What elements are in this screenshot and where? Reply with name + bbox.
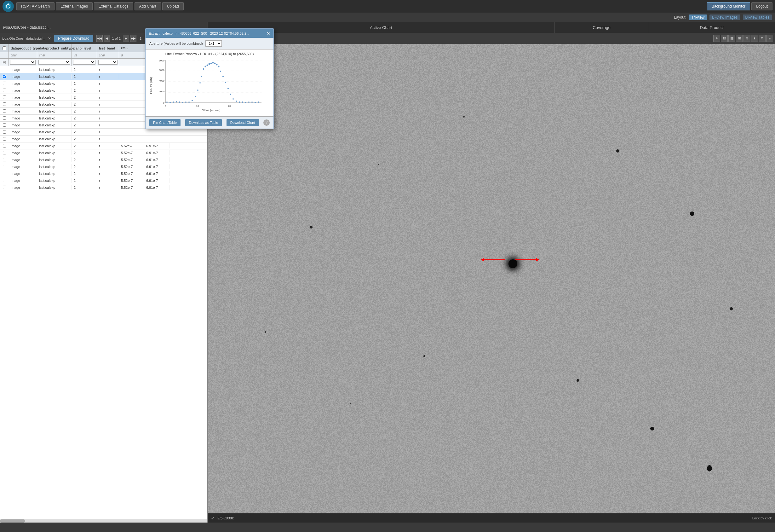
row-checkbox[interactable] — [0, 151, 9, 154]
upload-button[interactable]: Upload — [162, 2, 184, 10]
filter-dataproduct-type-select[interactable] — [10, 60, 36, 65]
row-checkbox[interactable] — [0, 116, 9, 120]
table-save-icon[interactable]: ⬇ — [713, 35, 720, 42]
filter-row-icon[interactable]: ⊟ — [0, 59, 9, 66]
dataproduct-panel-tab[interactable]: Data Product — [649, 22, 775, 33]
logout-button[interactable]: Logout — [751, 2, 772, 10]
star-spot — [707, 465, 712, 472]
cell-band: r — [97, 123, 119, 128]
row-checkbox[interactable] — [0, 144, 9, 147]
table-row[interactable]: image lsst.calexp 2 r 5.52e-7 6.91e-7 — [0, 149, 207, 156]
filter-calib-level[interactable] — [72, 59, 97, 66]
col-header-calib-level[interactable]: calib_level — [72, 44, 97, 52]
row-checkbox[interactable] — [0, 130, 9, 134]
table-row[interactable]: image lsst.calexp 2 r 5.52e-7 6.91e-7 — [0, 142, 207, 149]
table-menu-icon[interactable]: ≡ — [766, 35, 773, 42]
page-last-button[interactable]: ▶▶ — [130, 35, 136, 42]
table-settings-icon[interactable]: ⚙ — [759, 35, 766, 42]
cell-calib: 2 — [72, 81, 97, 86]
row-checkbox[interactable] — [0, 165, 9, 168]
background-monitor-button[interactable]: Background Monitor — [707, 2, 750, 10]
col-header-dataproduct-subtype[interactable]: dataproduct_subtype — [37, 44, 72, 52]
page-prev-button[interactable]: ◀ — [104, 35, 110, 42]
row-checkbox[interactable] — [0, 68, 9, 71]
external-catalogs-button[interactable]: External Catalogs — [94, 2, 133, 10]
cell-calib: 2 — [72, 164, 97, 169]
table-row[interactable]: image lsst.calexp 2 r 5.52e-7 6.91e-7 — [0, 163, 207, 170]
col-header-em-min[interactable]: em... — [119, 44, 144, 52]
table-columns-icon[interactable]: ▦ — [728, 35, 735, 42]
pin-chart-table-button[interactable]: Pin Chart/Table — [149, 119, 180, 126]
table-target-icon[interactable]: ⊕ — [744, 35, 750, 42]
svg-point-27 — [191, 100, 193, 101]
svg-point-53 — [254, 102, 256, 103]
filter-dataproduct-subtype[interactable] — [37, 59, 72, 66]
page-first-button[interactable]: ◀◀ — [96, 35, 103, 42]
cell-type: image — [9, 185, 37, 190]
prepare-download-button[interactable]: Prepare Download — [54, 35, 93, 42]
table-row[interactable]: image lsst.calexp 2 r 5.52e-7 6.91e-7 — [0, 177, 207, 184]
filter-calib-level-select[interactable] — [73, 60, 95, 65]
layout-label: Layout: — [674, 15, 686, 20]
row-checkbox[interactable] — [0, 102, 9, 106]
page-next-button[interactable]: ▶ — [123, 35, 129, 42]
table-row[interactable]: image lsst.calexp 2 r — [0, 129, 207, 135]
row-checkbox[interactable] — [0, 89, 9, 92]
row-checkbox[interactable] — [0, 82, 9, 85]
triview-layout-option[interactable]: Tri-view — [689, 14, 707, 20]
filter-dataproduct-type[interactable] — [9, 59, 37, 66]
row-checkbox[interactable] — [0, 75, 9, 78]
biview-tables-layout-option[interactable]: Bi-view Tables — [743, 14, 772, 20]
table-horizontal-scrollbar[interactable] — [0, 519, 207, 523]
cell-type: image — [9, 136, 37, 141]
row-checkbox[interactable] — [0, 109, 9, 113]
table-row[interactable]: image lsst.calexp 2 r — [0, 135, 207, 142]
select-all-checkbox[interactable] — [0, 44, 9, 52]
row-checkbox[interactable] — [0, 123, 9, 127]
svg-point-33 — [205, 66, 206, 67]
filter-lsst-band[interactable] — [97, 59, 119, 66]
row-checkbox[interactable] — [0, 172, 9, 175]
filter-lsst-band-select[interactable] — [98, 60, 117, 65]
download-as-table-button[interactable]: Download as Table — [185, 119, 222, 126]
cell-em1 — [119, 69, 144, 70]
row-checkbox[interactable] — [0, 186, 9, 189]
cell-band: r — [97, 109, 119, 114]
expand-icon[interactable]: ⤢ — [211, 516, 214, 520]
coverage-panel-tab[interactable]: Coverage — [555, 22, 649, 33]
star-spot — [350, 403, 351, 404]
download-chart-button[interactable]: Download Chart — [226, 119, 259, 126]
cell-subtype: lsst.calexp — [37, 109, 72, 114]
filter-em-min[interactable] — [119, 59, 144, 66]
biview-images-layout-option[interactable]: Bi-view Images — [709, 14, 740, 20]
row-checkbox[interactable] — [0, 95, 9, 99]
cell-subtype: lsst.calexp — [37, 171, 72, 176]
col-header-lsst-band[interactable]: lsst_band — [97, 44, 119, 52]
filter-dataproduct-subtype-select[interactable] — [38, 60, 70, 65]
cell-type: image — [9, 109, 37, 114]
add-chart-button[interactable]: Add Chart — [134, 2, 161, 10]
cell-subtype: lsst.calexp — [37, 136, 72, 141]
col-header-dataproduct-type[interactable]: dataproduct_type — [9, 44, 37, 52]
cell-calib: 2 — [72, 129, 97, 134]
row-checkbox[interactable] — [0, 137, 9, 140]
extract-dialog-close-button[interactable]: ✕ — [266, 31, 270, 36]
line-extract-chart: HDU #1 (DN) 0 2000 4000 6000 8000 0 10 2… — [148, 57, 271, 114]
svg-text:0: 0 — [163, 101, 165, 104]
table-filter-icon[interactable]: ⊟ — [721, 35, 728, 42]
cell-subtype: lsst.calexp — [37, 185, 72, 190]
rsp-tap-search-button[interactable]: RSP TAP Search — [16, 2, 54, 10]
help-icon[interactable]: ? — [263, 119, 270, 126]
row-checkbox[interactable] — [0, 179, 9, 182]
table-info-icon[interactable]: ℹ — [751, 35, 758, 42]
table-row[interactable]: image lsst.calexp 2 r 5.52e-7 6.91e-7 — [0, 170, 207, 177]
row-checkbox[interactable] — [0, 158, 9, 161]
aperture-select[interactable]: 1x1 3x3 5x5 — [205, 40, 222, 47]
extract-dialog: Extract - calexp - r - 480303-R22_S00 - … — [145, 28, 274, 129]
lock-by-click-button[interactable]: Lock by click — [752, 516, 772, 520]
external-images-button[interactable]: External Images — [56, 2, 93, 10]
table-expand-icon[interactable]: ⊞ — [736, 35, 743, 42]
table-row[interactable]: image lsst.calexp 2 r 5.52e-7 6.91e-7 — [0, 156, 207, 163]
table-tab-close-icon[interactable]: ✕ — [48, 36, 51, 41]
table-row[interactable]: image lsst.calexp 2 r 5.52e-7 6.91e-7 — [0, 184, 207, 191]
